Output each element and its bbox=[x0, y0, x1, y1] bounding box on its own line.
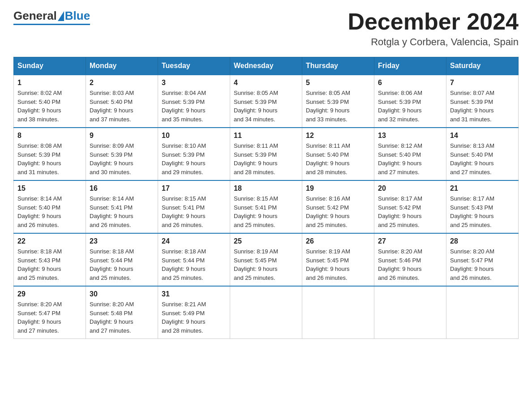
day-number: 12 bbox=[306, 132, 370, 140]
day-number: 5 bbox=[306, 79, 370, 87]
calendar-week-row: 22 Sunrise: 8:18 AMSunset: 5:43 PMDaylig… bbox=[14, 233, 519, 286]
location-subtitle: Rotgla y Corbera, Valencia, Spain bbox=[348, 36, 519, 48]
day-info: Sunrise: 8:14 AMSunset: 5:41 PMDaylight:… bbox=[90, 194, 154, 229]
calendar-cell: 5 Sunrise: 8:05 AMSunset: 5:39 PMDayligh… bbox=[302, 75, 374, 128]
logo-underline bbox=[13, 24, 90, 25]
day-info: Sunrise: 8:11 AMSunset: 5:40 PMDaylight:… bbox=[306, 141, 370, 176]
day-info: Sunrise: 8:12 AMSunset: 5:40 PMDaylight:… bbox=[378, 141, 442, 176]
calendar-cell: 20 Sunrise: 8:17 AMSunset: 5:42 PMDaylig… bbox=[374, 180, 446, 233]
day-info: Sunrise: 8:18 AMSunset: 5:43 PMDaylight:… bbox=[17, 247, 82, 282]
calendar-cell: 2 Sunrise: 8:03 AMSunset: 5:40 PMDayligh… bbox=[86, 75, 158, 128]
calendar-cell: 25 Sunrise: 8:19 AMSunset: 5:45 PMDaylig… bbox=[230, 233, 302, 286]
day-info: Sunrise: 8:14 AMSunset: 5:40 PMDaylight:… bbox=[17, 194, 82, 229]
calendar-cell: 7 Sunrise: 8:07 AMSunset: 5:39 PMDayligh… bbox=[446, 75, 519, 128]
day-info: Sunrise: 8:13 AMSunset: 5:40 PMDaylight:… bbox=[450, 141, 515, 176]
day-info: Sunrise: 8:20 AMSunset: 5:48 PMDaylight:… bbox=[90, 300, 154, 335]
day-number: 29 bbox=[17, 290, 82, 298]
calendar-cell: 8 Sunrise: 8:08 AMSunset: 5:39 PMDayligh… bbox=[14, 128, 86, 180]
calendar-week-row: 29 Sunrise: 8:20 AMSunset: 5:47 PMDaylig… bbox=[14, 286, 519, 339]
calendar-cell: 10 Sunrise: 8:10 AMSunset: 5:39 PMDaylig… bbox=[158, 128, 230, 180]
day-info: Sunrise: 8:15 AMSunset: 5:41 PMDaylight:… bbox=[162, 194, 226, 229]
calendar-header-row: SundayMondayTuesdayWednesdayThursdayFrid… bbox=[14, 57, 519, 75]
calendar-cell: 21 Sunrise: 8:17 AMSunset: 5:43 PMDaylig… bbox=[446, 180, 519, 233]
logo-blue-text: Blue bbox=[65, 9, 90, 23]
calendar-week-row: 1 Sunrise: 8:02 AMSunset: 5:40 PMDayligh… bbox=[14, 75, 519, 128]
day-number: 17 bbox=[162, 184, 226, 193]
calendar-cell bbox=[302, 286, 374, 339]
col-header-wednesday: Wednesday bbox=[230, 57, 302, 75]
day-number: 18 bbox=[234, 184, 298, 193]
day-info: Sunrise: 8:16 AMSunset: 5:42 PMDaylight:… bbox=[306, 194, 370, 229]
day-info: Sunrise: 8:19 AMSunset: 5:45 PMDaylight:… bbox=[234, 247, 298, 282]
calendar-cell: 23 Sunrise: 8:18 AMSunset: 5:44 PMDaylig… bbox=[86, 233, 158, 286]
calendar-cell: 18 Sunrise: 8:15 AMSunset: 5:41 PMDaylig… bbox=[230, 180, 302, 233]
day-number: 20 bbox=[378, 184, 442, 193]
day-info: Sunrise: 8:03 AMSunset: 5:40 PMDaylight:… bbox=[90, 89, 154, 124]
day-number: 7 bbox=[450, 79, 515, 87]
day-number: 26 bbox=[306, 237, 370, 245]
calendar-cell: 1 Sunrise: 8:02 AMSunset: 5:40 PMDayligh… bbox=[14, 75, 86, 128]
day-number: 8 bbox=[17, 132, 82, 140]
day-number: 23 bbox=[90, 237, 154, 245]
calendar-cell: 13 Sunrise: 8:12 AMSunset: 5:40 PMDaylig… bbox=[374, 128, 446, 180]
day-number: 31 bbox=[162, 290, 226, 298]
day-number: 25 bbox=[234, 237, 298, 245]
day-info: Sunrise: 8:07 AMSunset: 5:39 PMDaylight:… bbox=[450, 89, 515, 124]
day-info: Sunrise: 8:20 AMSunset: 5:47 PMDaylight:… bbox=[17, 300, 82, 335]
day-number: 16 bbox=[90, 184, 154, 193]
day-info: Sunrise: 8:19 AMSunset: 5:45 PMDaylight:… bbox=[306, 247, 370, 282]
page-header: General Blue December 2024 Rotgla y Corb… bbox=[13, 9, 519, 48]
day-info: Sunrise: 8:17 AMSunset: 5:42 PMDaylight:… bbox=[378, 194, 442, 229]
calendar-week-row: 8 Sunrise: 8:08 AMSunset: 5:39 PMDayligh… bbox=[14, 128, 519, 180]
day-number: 15 bbox=[17, 184, 82, 193]
day-number: 1 bbox=[17, 79, 82, 87]
day-number: 28 bbox=[450, 237, 515, 245]
day-number: 19 bbox=[306, 184, 370, 193]
calendar-cell bbox=[230, 286, 302, 339]
calendar-cell: 31 Sunrise: 8:21 AMSunset: 5:49 PMDaylig… bbox=[158, 286, 230, 339]
calendar-cell: 6 Sunrise: 8:06 AMSunset: 5:39 PMDayligh… bbox=[374, 75, 446, 128]
calendar-cell: 22 Sunrise: 8:18 AMSunset: 5:43 PMDaylig… bbox=[14, 233, 86, 286]
day-number: 11 bbox=[234, 132, 298, 140]
day-info: Sunrise: 8:18 AMSunset: 5:44 PMDaylight:… bbox=[90, 247, 154, 282]
day-info: Sunrise: 8:17 AMSunset: 5:43 PMDaylight:… bbox=[450, 194, 515, 229]
day-number: 2 bbox=[90, 79, 154, 87]
col-header-sunday: Sunday bbox=[14, 57, 86, 75]
day-info: Sunrise: 8:02 AMSunset: 5:40 PMDaylight:… bbox=[17, 89, 82, 124]
day-number: 24 bbox=[162, 237, 226, 245]
col-header-monday: Monday bbox=[86, 57, 158, 75]
month-title: December 2024 bbox=[348, 9, 519, 34]
logo: General Blue bbox=[13, 9, 90, 25]
col-header-saturday: Saturday bbox=[446, 57, 519, 75]
day-number: 13 bbox=[378, 132, 442, 140]
day-info: Sunrise: 8:21 AMSunset: 5:49 PMDaylight:… bbox=[162, 300, 226, 335]
col-header-tuesday: Tuesday bbox=[158, 57, 230, 75]
calendar-cell bbox=[374, 286, 446, 339]
day-number: 27 bbox=[378, 237, 442, 245]
calendar-cell bbox=[446, 286, 519, 339]
day-info: Sunrise: 8:05 AMSunset: 5:39 PMDaylight:… bbox=[306, 89, 370, 124]
calendar-cell: 16 Sunrise: 8:14 AMSunset: 5:41 PMDaylig… bbox=[86, 180, 158, 233]
calendar-table: SundayMondayTuesdayWednesdayThursdayFrid… bbox=[13, 57, 519, 339]
calendar-cell: 14 Sunrise: 8:13 AMSunset: 5:40 PMDaylig… bbox=[446, 128, 519, 180]
day-number: 6 bbox=[378, 79, 442, 87]
day-info: Sunrise: 8:08 AMSunset: 5:39 PMDaylight:… bbox=[17, 141, 82, 176]
calendar-cell: 12 Sunrise: 8:11 AMSunset: 5:40 PMDaylig… bbox=[302, 128, 374, 180]
calendar-cell: 9 Sunrise: 8:09 AMSunset: 5:39 PMDayligh… bbox=[86, 128, 158, 180]
logo-triangle-icon bbox=[58, 11, 64, 21]
day-info: Sunrise: 8:20 AMSunset: 5:47 PMDaylight:… bbox=[450, 247, 515, 282]
calendar-cell: 26 Sunrise: 8:19 AMSunset: 5:45 PMDaylig… bbox=[302, 233, 374, 286]
day-info: Sunrise: 8:05 AMSunset: 5:39 PMDaylight:… bbox=[234, 89, 298, 124]
calendar-cell: 29 Sunrise: 8:20 AMSunset: 5:47 PMDaylig… bbox=[14, 286, 86, 339]
calendar-cell: 3 Sunrise: 8:04 AMSunset: 5:39 PMDayligh… bbox=[158, 75, 230, 128]
day-number: 4 bbox=[234, 79, 298, 87]
calendar-cell: 27 Sunrise: 8:20 AMSunset: 5:46 PMDaylig… bbox=[374, 233, 446, 286]
calendar-cell: 28 Sunrise: 8:20 AMSunset: 5:47 PMDaylig… bbox=[446, 233, 519, 286]
calendar-cell: 11 Sunrise: 8:11 AMSunset: 5:39 PMDaylig… bbox=[230, 128, 302, 180]
day-number: 14 bbox=[450, 132, 515, 140]
day-info: Sunrise: 8:20 AMSunset: 5:46 PMDaylight:… bbox=[378, 247, 442, 282]
day-number: 9 bbox=[90, 132, 154, 140]
day-number: 30 bbox=[90, 290, 154, 298]
calendar-cell: 4 Sunrise: 8:05 AMSunset: 5:39 PMDayligh… bbox=[230, 75, 302, 128]
calendar-cell: 15 Sunrise: 8:14 AMSunset: 5:40 PMDaylig… bbox=[14, 180, 86, 233]
